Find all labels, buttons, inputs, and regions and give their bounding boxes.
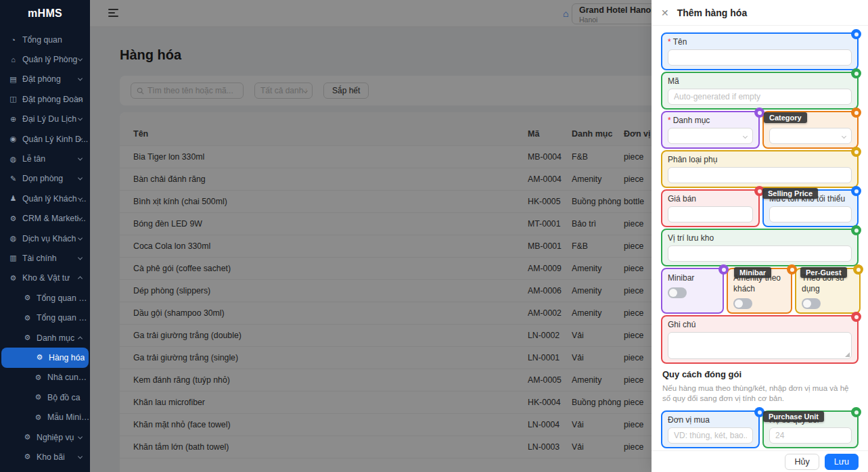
per-guest-amenity-toggle[interactable] [733,298,752,309]
sidebar-item[interactable]: ⚙ Danh mục [0,328,90,348]
sidebar-item-label: Mẫu Minibar [47,412,90,422]
notes-textarea[interactable] [668,332,852,359]
field-minibar: Minibar [661,268,724,314]
minibar-toggle[interactable] [668,287,687,298]
sidebar-item[interactable]: ⌂ Quản lý Phòng [0,49,90,69]
sidebar-item-label: Nhà cung ... [47,373,90,382]
sidebar-item[interactable]: ⚙ Kho bãi [0,447,90,467]
field-label: Phân loại phụ [668,155,717,164]
storage-location-input[interactable] [668,245,852,262]
sidebar-item[interactable]: ⚙ Bộ đồ ca [0,387,90,407]
sidebar-item-label: Dọn phòng [22,174,63,183]
save-button[interactable]: Lưu [825,454,859,470]
sidebar-item-label: CRM & Marketi... [22,214,86,223]
marker-icon [853,264,863,275]
subcategory-input[interactable] [668,167,852,183]
marker-icon [851,225,861,235]
chevron-down-icon [743,134,748,139]
sidebar-item-label: Tổng quan [22,35,62,45]
sidebar-item[interactable]: ⚙ Nhà cung ... [0,368,90,387]
sidebar-item[interactable]: ▥ Tài chính [0,248,90,268]
app-logo: mHMS [0,0,90,27]
globe-icon: ⊕ [9,115,18,124]
field-purchase-unit: Đơn vị mua [661,410,760,448]
sidebar-item-label: Kho bãi [37,452,65,462]
conversion-factor-input[interactable] [769,427,852,444]
sidebar-item[interactable]: ⚙ CRM & Marketi... [0,209,90,229]
drawer-title: Thêm hàng hóa [677,7,747,18]
field-name: Tên [661,32,859,70]
chevron-icon [78,76,83,81]
gear-icon: ⚙ [23,314,32,323]
sidebar-item[interactable]: ⚙ Tổng quan Ch... [0,308,90,327]
sidebar-item[interactable]: ♟ Quản lý Khách ... [0,189,90,208]
chevron-icon [78,176,83,181]
min-stock-input[interactable] [769,206,852,222]
calendar-icon: ▤ [9,75,18,84]
chevron-icon [78,277,83,281]
purchase-unit-row: Đơn vị mua Hệ số quy đổi Purchase Unit [661,410,859,448]
price-row: Giá bán Mức tồn kho tối thiểu Selling Pr… [661,189,859,227]
cancel-button[interactable]: Hủy [785,454,819,470]
sidebar-item[interactable]: ⚙ Mẫu Minibar [0,407,90,427]
code-input[interactable] [668,89,852,105]
sidebar-item[interactable]: ⚙ Kho & Vật tư [0,268,90,288]
drawer-header: ✕ Thêm hàng hóa [652,0,868,26]
drawer-mask[interactable] [90,0,652,472]
gear-icon: ⚙ [34,393,43,402]
category-select[interactable] [668,128,753,144]
sidebar-item-label: Lễ tân [22,154,45,164]
field-label: Đơn vị mua [668,415,710,425]
field-label: Mã [668,76,679,86]
field-notes: Ghi chú [661,315,859,364]
close-icon[interactable]: ✕ [661,8,669,18]
usage-tracking-toggle[interactable] [802,298,821,309]
minibar-tooltip: Minibar [734,267,771,278]
marker-icon [754,108,764,118]
chevron-icon [78,57,83,62]
sidebar-menu: ◔ Tổng quan ⌂ Quản lý Phòng ▤ Đặt phòng … [0,27,90,467]
marker-icon [851,312,861,322]
category-alt-select[interactable] [769,128,852,144]
sidebar-item[interactable]: ⚙ Nghiệp vụ [0,427,90,447]
dollar-circle-icon: ◉ [9,135,18,143]
field-label: Giá bán [668,194,696,204]
name-input[interactable] [668,49,852,66]
sidebar-item-label: Kho & Vật tư [22,273,70,283]
sidebar-item-label: Đại Lý Du Lịch [22,114,76,124]
gear-icon: ⚙ [34,373,43,382]
sidebar-item[interactable]: ◍ Dịch vụ Khách [0,229,90,248]
gear-icon: ⚙ [23,333,32,342]
sidebar-item[interactable]: ◔ Tổng quan [0,30,90,49]
person-icon: ♟ [9,194,18,203]
sidebar-item-label: Danh mục [37,333,74,343]
sidebar-item[interactable]: ⚙ Tổng quan Kho [0,288,90,308]
gear-icon: ⚙ [34,413,43,422]
chevron-icon [78,235,83,240]
selling-price-input[interactable] [668,206,753,222]
sidebar-item[interactable]: ◉ Quản Lý Kinh D... [0,129,90,149]
field-storage-location: Vị trí lưu kho [661,229,859,266]
marker-icon [851,407,861,417]
drawer-body: Tên Mã Danh mục Category Phân loại phụ [652,26,868,450]
sidebar-item-label: Tổng quan Ch... [37,313,90,323]
sidebar-item[interactable]: ▤ Đặt phòng [0,70,90,89]
field-selling-price: Giá bán [661,189,760,227]
sidebar-item[interactable]: ✎ Dọn phòng [0,169,90,189]
sidebar-item[interactable]: ◍ Lễ tân [0,149,90,168]
category-tooltip: Category [764,112,807,123]
marker-icon [851,108,861,118]
sidebar-item[interactable]: ⊕ Đại Lý Du Lịch [0,110,90,129]
broom-icon: ✎ [9,174,18,183]
sidebar-item[interactable]: ◫ Đặt phòng Đoàn [0,89,90,109]
field-category: Danh mục [661,111,760,149]
gear-icon: ⚙ [23,433,32,442]
chevron-icon [78,116,83,121]
resize-grip-icon[interactable] [845,352,850,357]
gear-icon: ⚙ [9,214,18,223]
sidebar-item[interactable]: ⚙ Hàng hóa [1,348,89,367]
sidebar-item-label: Quản lý Phòng [22,55,77,64]
field-code: Mã [661,72,859,110]
sidebar-item-label: Nghiệp vụ [37,433,74,442]
purchase-unit-input[interactable] [668,427,753,444]
